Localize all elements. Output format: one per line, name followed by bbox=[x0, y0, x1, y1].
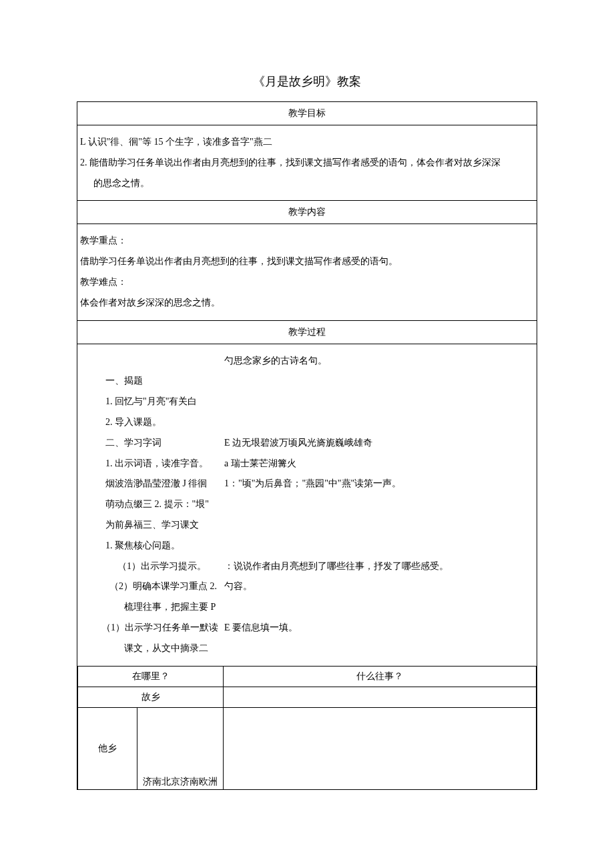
inner-r2c3 bbox=[224, 707, 537, 772]
left-l14: 课文，从文中摘录二 bbox=[77, 638, 224, 659]
right-r3: a 瑞士莱芒湖篝火 bbox=[224, 454, 537, 474]
left-l9: 1. 聚焦核心问题。 bbox=[77, 536, 224, 556]
main-table: 教学目标 L 认识"徘、徊"等 15 个生字，读准多音字"燕二 2. 能借助学习… bbox=[77, 101, 537, 790]
right-r6: 勺容。 bbox=[224, 576, 537, 597]
left-l3: 2. 导入课题。 bbox=[77, 412, 224, 433]
process-right-col: 勺思念家乡的古诗名句。 E 边无垠碧波万顷风光旖旎巍峨雄奇 a 瑞士莱芒湖篝火 … bbox=[224, 344, 537, 666]
left-l1: 一、揭题 bbox=[77, 371, 224, 392]
inner-r3c3 bbox=[224, 772, 537, 789]
goals-content: L 认识"徘、徊"等 15 个生字，读准多音字"燕二 2. 能借助学习任务单说出… bbox=[77, 125, 537, 200]
inner-r1c1: 故乡 bbox=[78, 687, 224, 707]
content-block: 教学重点： 借助学习任务单说出作者由月亮想到的往事，找到课文描写作者感受的语句。… bbox=[77, 224, 537, 320]
left-l13: （1）出示学习任务单一默读 bbox=[77, 618, 224, 638]
right-r4: 1："顷"为后鼻音；"燕园"中"燕"读第一声。 bbox=[224, 474, 537, 494]
process-two-col: 一、揭题 1. 回忆与"月亮"有关白 2. 导入课题。 二、学习字词 1. 出示… bbox=[77, 344, 537, 666]
goals-line-2b: 的思念之情。 bbox=[77, 173, 537, 194]
left-l10: （1）出示学习提示。 bbox=[77, 556, 224, 577]
left-l4: 二、学习字词 bbox=[77, 433, 224, 454]
inner-r2c2-empty bbox=[137, 707, 224, 772]
process-left-col: 一、揭题 1. 回忆与"月亮"有关白 2. 导入课题。 二、学习字词 1. 出示… bbox=[77, 344, 224, 666]
goals-header: 教学目标 bbox=[77, 102, 537, 125]
inner-table: 在哪里？ 什么往事？ 故乡 他乡 济南北京 bbox=[77, 666, 537, 789]
content-header: 教学内容 bbox=[77, 201, 537, 224]
difficulty-text: 体会作者对故乡深深的思念之情。 bbox=[77, 293, 537, 314]
right-r7: E 要信息填一填。 bbox=[224, 618, 537, 638]
goals-line-2: 2. 能借助学习任务单说出作者由月亮想到的往事，找到课文描写作者感受的语句，体会… bbox=[77, 153, 537, 173]
left-l6: 烟波浩渺晶莹澄澈 J 徘徊 bbox=[77, 474, 224, 494]
inner-r2c1: 他乡 bbox=[78, 707, 137, 789]
inner-h2: 什么往事？ bbox=[224, 666, 537, 687]
focus-label: 教学重点： bbox=[77, 231, 537, 252]
inner-r1c2 bbox=[224, 687, 537, 707]
left-l11: （2）明确本课学习重点 2. bbox=[77, 576, 224, 597]
document-title: 《月是故乡明》教案 bbox=[77, 73, 537, 89]
right-r1: 勺思念家乡的古诗名句。 bbox=[224, 351, 537, 372]
focus-text: 借助学习任务单说出作者由月亮想到的往事，找到课文描写作者感受的语句。 bbox=[77, 252, 537, 272]
left-l2: 1. 回忆与"月亮"有关白 bbox=[77, 392, 224, 412]
right-r2: E 边无垠碧波万顷风光旖旎巍峨雄奇 bbox=[224, 433, 537, 454]
right-r5: ：说说作者由月亮想到了哪些往事，抒发了哪些感受。 bbox=[224, 556, 537, 577]
inner-r3c2: 济南北京济南欧洲 bbox=[137, 772, 224, 789]
difficulty-label: 教学难点： bbox=[77, 272, 537, 293]
left-l7: 萌动点缀三 2. 提示："垠" bbox=[77, 494, 224, 515]
inner-h1: 在哪里？ bbox=[78, 666, 224, 687]
left-l12: 梳理往事，把握主要 P bbox=[77, 597, 224, 618]
left-l8: 为前鼻福三、学习课文 bbox=[77, 515, 224, 536]
process-header: 教学过程 bbox=[77, 320, 537, 344]
left-l5: 1. 出示词语，读准字音。 bbox=[77, 454, 224, 474]
goals-line-1: L 认识"徘、徊"等 15 个生字，读准多音字"燕二 bbox=[77, 132, 537, 153]
